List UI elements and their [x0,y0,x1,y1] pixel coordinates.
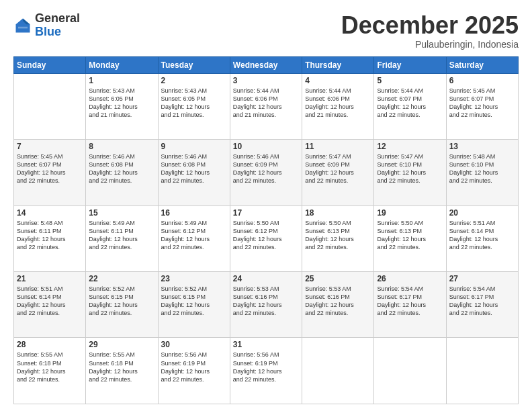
table-cell: 21Sunrise: 5:51 AM Sunset: 6:14 PM Dayli… [14,272,86,338]
day-info: Sunrise: 5:55 AM Sunset: 6:18 PM Dayligh… [89,351,154,383]
day-number: 7 [17,142,83,151]
table-cell: 13Sunrise: 5:48 AM Sunset: 6:10 PM Dayli… [446,140,518,205]
table-cell: 8Sunrise: 5:46 AM Sunset: 6:08 PM Daylig… [86,140,158,205]
day-info: Sunrise: 5:44 AM Sunset: 6:06 PM Dayligh… [305,87,371,120]
calendar-week-row: 7Sunrise: 5:45 AM Sunset: 6:07 PM Daylig… [14,140,519,205]
day-info: Sunrise: 5:44 AM Sunset: 6:07 PM Dayligh… [377,87,443,120]
calendar-week-row: 1Sunrise: 5:43 AM Sunset: 6:05 PM Daylig… [14,73,519,139]
col-monday: Monday [86,56,158,73]
col-friday: Friday [374,56,446,73]
table-cell: 6Sunrise: 5:45 AM Sunset: 6:07 PM Daylig… [446,73,518,139]
day-info: Sunrise: 5:56 AM Sunset: 6:19 PM Dayligh… [161,351,227,383]
table-cell: 10Sunrise: 5:46 AM Sunset: 6:09 PM Dayli… [230,140,302,205]
day-number: 27 [449,274,515,283]
day-number: 18 [305,208,371,218]
day-number: 1 [89,76,154,85]
day-number: 5 [377,76,443,85]
day-number: 20 [449,208,515,218]
day-info: Sunrise: 5:50 AM Sunset: 6:13 PM Dayligh… [305,219,371,252]
day-number: 16 [161,208,227,218]
day-number: 4 [305,76,371,85]
table-cell: 5Sunrise: 5:44 AM Sunset: 6:07 PM Daylig… [374,73,446,139]
day-info: Sunrise: 5:49 AM Sunset: 6:11 PM Dayligh… [89,219,154,252]
calendar-week-row: 28Sunrise: 5:55 AM Sunset: 6:18 PM Dayli… [14,338,519,404]
table-cell: 14Sunrise: 5:48 AM Sunset: 6:11 PM Dayli… [14,205,86,271]
day-info: Sunrise: 5:43 AM Sunset: 6:05 PM Dayligh… [161,87,227,120]
table-cell: 27Sunrise: 5:54 AM Sunset: 6:17 PM Dayli… [446,272,518,338]
day-number: 21 [17,274,83,283]
table-cell: 31Sunrise: 5:56 AM Sunset: 6:19 PM Dayli… [230,338,302,404]
table-cell: 7Sunrise: 5:45 AM Sunset: 6:07 PM Daylig… [14,140,86,205]
day-number: 6 [449,76,515,85]
table-cell [374,338,446,404]
day-info: Sunrise: 5:53 AM Sunset: 6:16 PM Dayligh… [305,285,371,318]
day-info: Sunrise: 5:53 AM Sunset: 6:16 PM Dayligh… [233,285,299,318]
table-cell: 29Sunrise: 5:55 AM Sunset: 6:18 PM Dayli… [86,338,158,404]
day-number: 8 [89,142,154,151]
day-number: 26 [377,274,443,283]
table-cell: 18Sunrise: 5:50 AM Sunset: 6:13 PM Dayli… [302,205,374,271]
day-info: Sunrise: 5:50 AM Sunset: 6:13 PM Dayligh… [377,219,443,252]
day-number: 12 [377,142,443,151]
table-cell: 12Sunrise: 5:47 AM Sunset: 6:10 PM Dayli… [374,140,446,205]
col-thursday: Thursday [302,56,374,73]
page: General Blue December 2025 Pulauberingin… [0,0,532,411]
svg-rect-2 [18,27,28,29]
logo-text: General Blue [35,12,80,39]
day-number: 30 [161,340,227,349]
table-cell: 9Sunrise: 5:46 AM Sunset: 6:08 PM Daylig… [158,140,230,205]
day-info: Sunrise: 5:54 AM Sunset: 6:17 PM Dayligh… [377,285,443,318]
table-cell [302,338,374,404]
col-tuesday: Tuesday [158,56,230,73]
month-title: December 2025 [341,12,519,39]
day-info: Sunrise: 5:49 AM Sunset: 6:12 PM Dayligh… [161,219,227,252]
day-info: Sunrise: 5:54 AM Sunset: 6:17 PM Dayligh… [449,285,515,318]
day-info: Sunrise: 5:44 AM Sunset: 6:06 PM Dayligh… [233,87,299,120]
table-cell: 19Sunrise: 5:50 AM Sunset: 6:13 PM Dayli… [374,205,446,271]
day-number: 29 [89,340,154,349]
day-info: Sunrise: 5:52 AM Sunset: 6:15 PM Dayligh… [89,285,154,318]
logo-general: General [35,11,80,25]
day-number: 23 [161,274,227,283]
day-number: 3 [233,76,299,85]
col-wednesday: Wednesday [230,56,302,73]
calendar-header-row: Sunday Monday Tuesday Wednesday Thursday… [14,56,519,73]
day-number: 28 [17,340,83,349]
table-cell: 24Sunrise: 5:53 AM Sunset: 6:16 PM Dayli… [230,272,302,338]
day-number: 10 [233,142,299,151]
day-number: 22 [89,274,154,283]
day-info: Sunrise: 5:48 AM Sunset: 6:11 PM Dayligh… [17,219,83,252]
day-info: Sunrise: 5:46 AM Sunset: 6:08 PM Dayligh… [89,152,154,185]
day-info: Sunrise: 5:45 AM Sunset: 6:07 PM Dayligh… [17,152,83,185]
day-number: 31 [233,340,299,349]
logo-blue: Blue [35,25,61,38]
day-number: 15 [89,208,154,218]
day-info: Sunrise: 5:52 AM Sunset: 6:15 PM Dayligh… [161,285,227,318]
day-info: Sunrise: 5:46 AM Sunset: 6:09 PM Dayligh… [233,152,299,185]
table-cell: 11Sunrise: 5:47 AM Sunset: 6:09 PM Dayli… [302,140,374,205]
table-cell: 15Sunrise: 5:49 AM Sunset: 6:11 PM Dayli… [86,205,158,271]
day-number: 17 [233,208,299,218]
col-saturday: Saturday [446,56,518,73]
day-number: 25 [305,274,371,283]
day-number: 14 [17,208,83,218]
day-info: Sunrise: 5:51 AM Sunset: 6:14 PM Dayligh… [17,285,83,318]
day-info: Sunrise: 5:51 AM Sunset: 6:14 PM Dayligh… [449,219,515,252]
table-cell: 20Sunrise: 5:51 AM Sunset: 6:14 PM Dayli… [446,205,518,271]
table-cell: 4Sunrise: 5:44 AM Sunset: 6:06 PM Daylig… [302,73,374,139]
col-sunday: Sunday [14,56,86,73]
logo: General Blue [13,12,80,39]
day-number: 9 [161,142,227,151]
day-info: Sunrise: 5:43 AM Sunset: 6:05 PM Dayligh… [89,87,154,120]
day-info: Sunrise: 5:47 AM Sunset: 6:10 PM Dayligh… [377,152,443,185]
location: Pulauberingin, Indonesia [341,39,519,50]
header: General Blue December 2025 Pulauberingin… [13,12,519,50]
day-number: 19 [377,208,443,218]
table-cell [446,338,518,404]
table-cell: 2Sunrise: 5:43 AM Sunset: 6:05 PM Daylig… [158,73,230,139]
table-cell: 30Sunrise: 5:56 AM Sunset: 6:19 PM Dayli… [158,338,230,404]
day-number: 2 [161,76,227,85]
table-cell [14,73,86,139]
table-cell: 26Sunrise: 5:54 AM Sunset: 6:17 PM Dayli… [374,272,446,338]
title-block: December 2025 Pulauberingin, Indonesia [341,12,519,50]
